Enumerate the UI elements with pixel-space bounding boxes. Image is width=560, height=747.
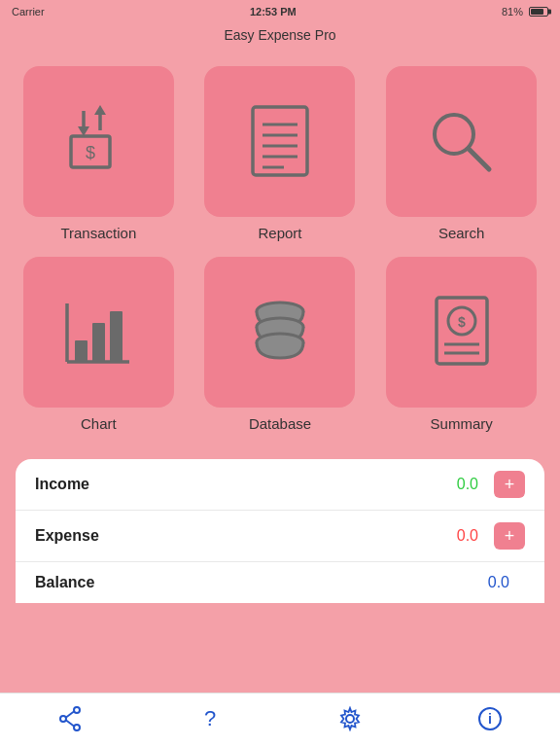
svg-marker-5 bbox=[94, 105, 106, 115]
expense-plus-button[interactable]: + bbox=[494, 522, 525, 550]
database-label: Database bbox=[249, 415, 311, 432]
database-box[interactable] bbox=[204, 257, 355, 408]
svg-line-13 bbox=[469, 149, 489, 169]
balance-row: Balance 0.0 bbox=[16, 562, 544, 603]
battery-icon bbox=[529, 7, 548, 17]
svg-text:$: $ bbox=[458, 314, 466, 330]
info-icon: i bbox=[476, 705, 504, 732]
carrier-label: Carrier bbox=[12, 6, 45, 18]
summary-icon: $ bbox=[427, 294, 497, 372]
tab-share[interactable] bbox=[56, 705, 84, 732]
tab-info[interactable]: i bbox=[476, 705, 504, 732]
balance-label: Balance bbox=[35, 574, 461, 591]
expense-row: Expense 0.0 + bbox=[16, 511, 544, 562]
svg-rect-17 bbox=[92, 323, 105, 362]
chart-label: Chart bbox=[81, 415, 117, 432]
help-icon: ? bbox=[196, 705, 224, 732]
svg-point-29 bbox=[60, 716, 66, 722]
transaction-icon: $ bbox=[59, 103, 137, 181]
summary-cell[interactable]: $ Summary bbox=[378, 257, 544, 432]
time-label: 12:53 PM bbox=[250, 6, 297, 18]
transaction-box[interactable]: $ bbox=[23, 66, 174, 217]
tab-bar: ? i bbox=[0, 693, 560, 747]
svg-rect-16 bbox=[75, 340, 88, 362]
svg-rect-6 bbox=[253, 107, 307, 175]
search-cell[interactable]: Search bbox=[378, 66, 544, 241]
chart-icon bbox=[61, 296, 135, 370]
svg-line-30 bbox=[66, 711, 74, 717]
summary-box[interactable]: $ bbox=[386, 257, 537, 408]
svg-point-28 bbox=[74, 725, 80, 730]
database-icon bbox=[243, 296, 317, 370]
status-bar: Carrier 12:53 PM 81% bbox=[0, 0, 560, 23]
gear-icon bbox=[336, 705, 364, 732]
status-right: 81% bbox=[502, 6, 548, 18]
transaction-label: Transaction bbox=[60, 225, 136, 241]
svg-line-31 bbox=[66, 720, 74, 726]
income-label: Income bbox=[35, 476, 430, 493]
chart-cell[interactable]: Chart bbox=[16, 257, 182, 432]
database-cell[interactable]: Database bbox=[197, 257, 364, 432]
report-box[interactable] bbox=[204, 66, 355, 217]
transaction-cell[interactable]: $ Transaction bbox=[16, 66, 182, 241]
expense-label: Expense bbox=[35, 527, 430, 545]
tab-help[interactable]: ? bbox=[196, 705, 224, 732]
report-icon bbox=[245, 103, 315, 181]
expense-value: 0.0 bbox=[430, 527, 478, 545]
income-value: 0.0 bbox=[430, 476, 478, 493]
bottom-panel: Income 0.0 + Expense 0.0 + Balance 0.0 bbox=[16, 459, 544, 603]
icon-grid: $ Transaction bbox=[16, 51, 544, 440]
income-row: Income 0.0 + bbox=[16, 459, 544, 511]
income-plus-button[interactable]: + bbox=[494, 471, 525, 498]
search-icon-large bbox=[425, 105, 499, 179]
search-label: Search bbox=[438, 225, 485, 241]
svg-point-33 bbox=[346, 715, 354, 723]
main-content: $ Transaction bbox=[0, 51, 560, 693]
tab-settings[interactable] bbox=[336, 705, 364, 732]
svg-text:?: ? bbox=[204, 706, 216, 730]
report-cell[interactable]: Report bbox=[197, 66, 364, 241]
svg-text:i: i bbox=[488, 711, 492, 727]
summary-label: Summary bbox=[431, 415, 493, 432]
chart-box[interactable] bbox=[23, 257, 174, 408]
battery-percent: 81% bbox=[502, 6, 523, 18]
svg-text:$: $ bbox=[86, 143, 95, 162]
svg-rect-18 bbox=[110, 311, 122, 362]
report-label: Report bbox=[258, 225, 301, 241]
share-icon bbox=[56, 705, 84, 732]
search-box[interactable] bbox=[386, 66, 537, 217]
app-title: Easy Expense Pro bbox=[0, 23, 560, 51]
svg-point-27 bbox=[74, 707, 80, 713]
balance-value: 0.0 bbox=[461, 574, 509, 591]
